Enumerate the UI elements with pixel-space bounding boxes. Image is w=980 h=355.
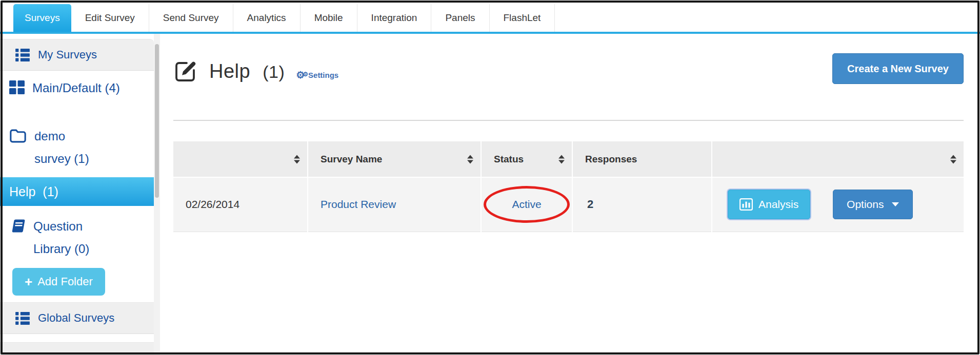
sidebar-item-help-selected[interactable]: Help (1) bbox=[0, 177, 154, 206]
surveys-table: Survey Name Status Responses bbox=[173, 141, 964, 232]
gear-icon bbox=[296, 70, 308, 80]
scrollbar-thumb[interactable] bbox=[155, 44, 159, 198]
status-link[interactable]: Active bbox=[512, 198, 541, 210]
column-header-date[interactable] bbox=[173, 141, 308, 177]
sidebar-item-demo-survey[interactable]: demo survey (1) bbox=[0, 125, 154, 170]
column-header-actions[interactable] bbox=[712, 141, 964, 177]
sidebar-partial-section bbox=[0, 342, 154, 355]
sidebar-item-global-surveys[interactable]: Global Surveys bbox=[0, 302, 154, 334]
sidebar-scrollbar-track[interactable] bbox=[154, 34, 160, 355]
sort-arrows-icon[interactable] bbox=[467, 155, 473, 163]
chevron-down-icon bbox=[892, 202, 899, 206]
tab-panels[interactable]: Panels bbox=[431, 4, 489, 32]
tab-surveys[interactable]: Surveys bbox=[13, 4, 71, 32]
sidebar-item-label: Help (1) bbox=[9, 184, 58, 199]
column-header-survey-name[interactable]: Survey Name bbox=[308, 141, 481, 177]
settings-link[interactable]: Settings bbox=[296, 70, 338, 80]
main-panel: Help(1) Settings Create a New Survey bbox=[160, 34, 980, 355]
grid-icon bbox=[9, 80, 25, 94]
survey-date-cell: 02/26/2014 bbox=[173, 177, 308, 232]
create-new-survey-button[interactable]: Create a New Survey bbox=[832, 53, 964, 84]
folder-icon bbox=[9, 129, 27, 143]
responses-count-cell: 2 bbox=[572, 177, 712, 232]
survey-name-link[interactable]: Product Review bbox=[321, 198, 396, 210]
column-header-label: Survey Name bbox=[321, 154, 382, 164]
tab-integration[interactable]: Integration bbox=[357, 4, 432, 32]
sidebar-item-label: Main/Default (4) bbox=[32, 77, 120, 99]
tab-flashlet[interactable]: FlashLet bbox=[490, 4, 555, 32]
page-title-count: (1) bbox=[263, 62, 285, 81]
sidebar-item-my-surveys[interactable]: My Surveys bbox=[0, 39, 154, 71]
plus-icon bbox=[25, 274, 37, 290]
sidebar: My Surveys Main/Default (4) demo survey … bbox=[0, 34, 154, 355]
top-navigation: Surveys Edit Survey Send Survey Analytic… bbox=[0, 0, 980, 32]
add-folder-label: Add Folder bbox=[37, 275, 93, 288]
analysis-label: Analysis bbox=[758, 198, 798, 211]
survey-status-cell: Active bbox=[481, 177, 572, 232]
table-row: 02/26/2014 Product Review Active 2 bbox=[173, 177, 964, 232]
sort-arrows-icon[interactable] bbox=[950, 155, 956, 163]
analysis-button[interactable]: Analysis bbox=[728, 190, 810, 219]
table-header-row: Survey Name Status Responses bbox=[173, 141, 964, 177]
survey-name-cell: Product Review bbox=[308, 177, 481, 232]
tab-edit-survey[interactable]: Edit Survey bbox=[71, 4, 149, 32]
column-header-status[interactable]: Status bbox=[481, 141, 572, 177]
options-dropdown-button[interactable]: Options bbox=[833, 190, 913, 219]
book-icon bbox=[9, 219, 26, 233]
sidebar-item-question-library[interactable]: Question Library (0) bbox=[0, 215, 154, 260]
page-title: Help(1) bbox=[209, 60, 285, 82]
tab-mobile[interactable]: Mobile bbox=[301, 4, 357, 32]
divider bbox=[173, 120, 964, 121]
nav-tabs: Surveys Edit Survey Send Survey Analytic… bbox=[13, 4, 980, 32]
sidebar-item-label: Question Library (0) bbox=[33, 215, 89, 260]
bar-chart-icon bbox=[739, 198, 753, 211]
sort-arrows-icon[interactable] bbox=[558, 155, 565, 163]
list-icon bbox=[15, 49, 30, 61]
sidebar-item-label: My Surveys bbox=[38, 48, 97, 61]
column-header-label: Responses bbox=[585, 154, 637, 164]
edit-icon bbox=[173, 59, 198, 83]
list-icon bbox=[15, 312, 30, 325]
settings-label: Settings bbox=[308, 71, 338, 79]
options-label: Options bbox=[847, 198, 884, 211]
tab-analytics[interactable]: Analytics bbox=[233, 4, 301, 32]
sidebar-item-main-default[interactable]: Main/Default (4) bbox=[0, 77, 154, 99]
tab-send-survey[interactable]: Send Survey bbox=[149, 4, 233, 32]
add-folder-button[interactable]: Add Folder bbox=[12, 268, 105, 296]
actions-cell: Analysis Options bbox=[712, 177, 964, 232]
sidebar-item-label: Global Surveys bbox=[38, 311, 114, 325]
sidebar-item-label: demo survey (1) bbox=[34, 125, 89, 170]
column-header-responses[interactable]: Responses bbox=[572, 141, 712, 177]
column-header-label: Status bbox=[494, 154, 524, 164]
sort-arrows-icon[interactable] bbox=[294, 155, 300, 163]
